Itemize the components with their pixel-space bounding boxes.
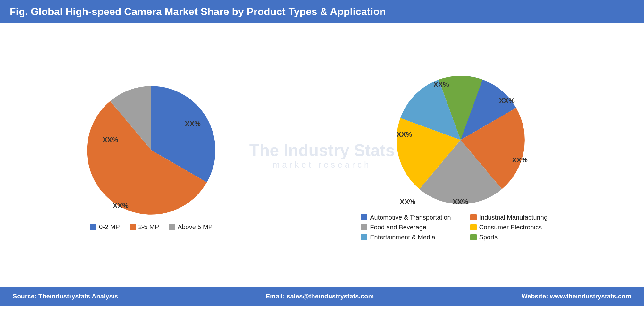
right-legend-label-consumer: Consumer Electronics [479, 224, 542, 231]
right-legend-label-entertainment: Entertainment & Media [370, 234, 435, 241]
legend-dot-2-5mp [130, 224, 136, 230]
legend-label-0-2mp: 0-2 MP [99, 223, 120, 231]
legend-dot-0-2mp [90, 224, 96, 230]
right-legend-dot-entertainment [361, 234, 367, 240]
right-label-consumer: XX% [400, 198, 415, 206]
right-legend-label-industrial: Industrial Manufacturing [479, 214, 548, 221]
right-legend-item-automotive: Automotive & Transportation [361, 214, 451, 221]
legend-item-2-5mp: 2-5 MP [130, 223, 159, 231]
right-label-entertainment: XX% [397, 130, 412, 138]
footer: Source: Theindustrystats Analysis Email:… [0, 287, 644, 306]
right-pie-wrapper: XX% XX% XX% XX% XX% XX% [393, 73, 528, 207]
footer-website: Website: www.theindustrystats.com [522, 293, 631, 300]
right-legend-dot-industrial [470, 214, 477, 220]
left-label-above5mp: XX% [103, 136, 118, 144]
right-label-sports: XX% [433, 81, 449, 89]
left-label-0-2mp: XX% [185, 120, 201, 128]
right-legend-dot-sports [470, 234, 477, 240]
left-chart-container: XX% XX% XX% 0-2 MP 2-5 MP Above 5 MP [84, 83, 219, 231]
left-label-2-5mp: XX% [113, 202, 129, 210]
legend-label-above5mp: Above 5 MP [178, 223, 213, 231]
right-pie-chart: XX% XX% XX% XX% XX% XX% [393, 73, 528, 207]
legend-dot-above5mp [169, 224, 175, 230]
footer-email: Email: sales@theindustrystats.com [266, 293, 374, 300]
legend-item-0-2mp: 0-2 MP [90, 223, 120, 231]
left-pie-wrapper: XX% XX% XX% [84, 83, 219, 218]
right-legend-item-food: Food and Beverage [361, 224, 451, 231]
right-chart-and-legend: XX% XX% XX% XX% XX% XX% Automotive & Tra… [361, 73, 560, 241]
right-legend-item-consumer: Consumer Electronics [470, 224, 560, 231]
page-title: Fig. Global High-speed Camera Market Sha… [10, 6, 386, 18]
left-pie-chart: XX% XX% XX% [84, 83, 219, 218]
right-legend-label-sports: Sports [479, 234, 498, 241]
right-legend-label-food: Food and Beverage [370, 224, 426, 231]
legend-label-2-5mp: 2-5 MP [138, 223, 159, 231]
footer-source: Source: Theindustrystats Analysis [13, 293, 118, 300]
right-legend-item-sports: Sports [470, 234, 560, 241]
right-legend-label-automotive: Automotive & Transportation [370, 214, 451, 221]
right-legend-dot-food [361, 224, 367, 230]
right-label-automotive: XX% [499, 97, 515, 105]
right-legend-item-entertainment: Entertainment & Media [361, 234, 451, 241]
right-legend-dot-consumer [470, 224, 477, 230]
right-chart-container: XX% XX% XX% XX% XX% XX% Automotive & Tra… [361, 73, 560, 241]
right-legend-dot-automotive [361, 214, 367, 220]
legend-item-above5mp: Above 5 MP [169, 223, 213, 231]
right-label-food: XX% [453, 198, 468, 206]
main-content: The Industry Stats market research XX% X… [0, 23, 644, 287]
left-legend: 0-2 MP 2-5 MP Above 5 MP [90, 223, 213, 231]
right-label-industrial: XX% [512, 156, 528, 164]
header: Fig. Global High-speed Camera Market Sha… [0, 0, 644, 23]
right-legend: Automotive & Transportation Industrial M… [361, 214, 560, 241]
right-legend-item-industrial: Industrial Manufacturing [470, 214, 560, 221]
